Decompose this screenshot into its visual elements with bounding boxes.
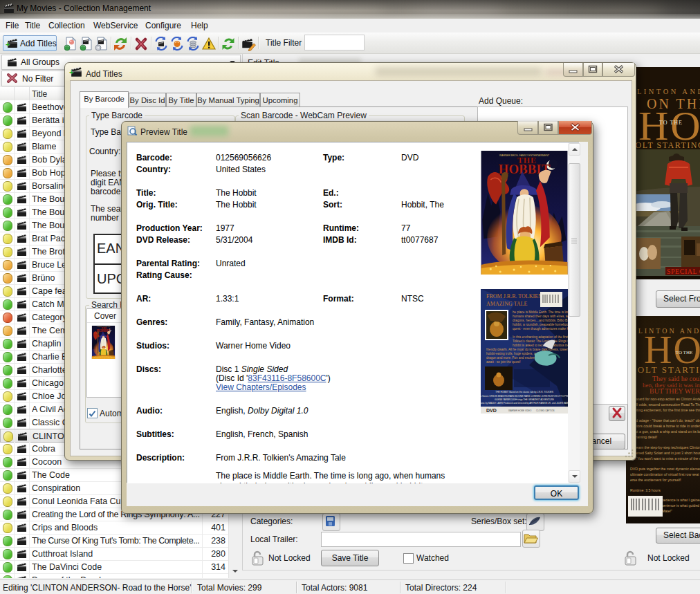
svg-text:u'll learn the step-by-step te: u'll learn the step-by-step techniques C… [630, 445, 700, 449]
svg-text:of biting excitement, for the: of biting excitement, for the first time… [630, 408, 700, 412]
svg-text:SPECIAL CLINICS INC: SPECIAL CLINICS INC [667, 268, 700, 275]
svg-text:ultimate combination of virtua: ultimate combination of virtual first ro… [630, 472, 700, 476]
svg-text:on board for non-stop action a: on board for non-stop action as Clinton … [630, 397, 700, 401]
svg-text:DVD puts together the most dyn: DVD puts together the most dynamic eleme… [630, 467, 700, 471]
svg-text:COLT STARTING UNDER: COLT STARTING UNDER [630, 364, 700, 375]
svg-text:TO THE: TO THE [659, 120, 683, 126]
svg-text:CLINTON ANDERSON: CLINTON ANDERSON [629, 88, 700, 95]
svg-text:erse the excitement for yourse: erse the excitement for yourself! [630, 478, 681, 482]
svg-text:y named Salty Solari and in ju: y named Salty Solari and in just 3 short… [630, 451, 700, 455]
svg-text:westors could break a horse to: westors could break a horse to ride in u… [630, 424, 700, 428]
svg-text:ran. You won't want to miss a: ran. You won't want to miss a minute of … [630, 456, 700, 461]
svg-text:at all odds, second consecutiv: at all odds, second consecutive Road To … [630, 402, 700, 407]
svg-text:BUT THEY WER: BUT THEY WER [650, 387, 700, 395]
svg-text:TO THE: TO THE [676, 350, 692, 355]
svg-text:COLT STARTING UNDER SADDLE: COLT STARTING UNDER SADDLE [629, 140, 700, 150]
svg-text:e old adage - "those that can': e old adage - "those that can't do, teac… [630, 418, 700, 423]
svg-text:Runtime: 3.5 hours: Runtime: 3.5 hours [630, 488, 661, 492]
svg-text:thout a gun, crack a whip and: thout a gun, crack a whip and stand on i… [630, 429, 700, 434]
